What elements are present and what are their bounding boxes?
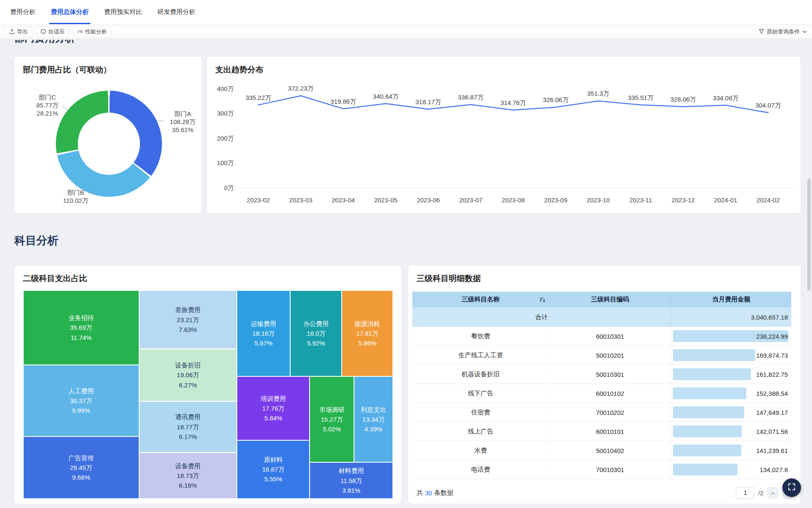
dashboard-content: 部门费用分析 部门费用占比（可联动） 部门C 85.77万 28.21% 部门A…	[0, 40, 812, 504]
toolbar: 导出 自适应 性能分析 原始查询条件	[0, 25, 812, 39]
table-row[interactable]: 线下广告60010102152,388.54	[412, 384, 791, 403]
cell-amount: 169,874.73	[671, 346, 791, 364]
svg-text:334.08万: 334.08万	[713, 94, 738, 102]
section-title-subject-analysis: 科目分析	[14, 233, 801, 248]
treemap-cell[interactable]: 市场调研15.27万5.02%	[310, 376, 354, 462]
page-input[interactable]	[736, 487, 754, 499]
cell-code: 60010101	[549, 422, 671, 441]
page-up-button[interactable]	[767, 487, 779, 499]
card-subject-detail-table: 三级科目明细数据 三级科目名称 三级科目编码 当月费用金额 合计 3,040,6…	[408, 265, 801, 504]
performance-icon	[77, 29, 83, 34]
svg-text:2023-06: 2023-06	[417, 196, 440, 204]
svg-text:2023-05: 2023-05	[374, 196, 398, 204]
svg-text:2024-02: 2024-02	[757, 196, 780, 204]
treemap-cell[interactable]: 培训费用17.76万5.84%	[237, 376, 310, 440]
card-subject-share-treemap: 二级科目支出占比 业务招待35.69万11.74%人工费用30.37万9.99%…	[14, 265, 401, 504]
total-amount-cell: 3,040,657.18	[671, 307, 791, 327]
table-row[interactable]: 生产线工人工资50010201169,874.73	[412, 346, 791, 365]
cell-amount: 134,027.8	[671, 460, 791, 479]
row-count: 30	[425, 489, 432, 497]
treemap-cell[interactable]: 运输费用18.16万5.97%	[237, 290, 290, 376]
cell-amount: 161,822.75	[671, 365, 791, 384]
cell-name: 线上广告	[412, 422, 549, 441]
svg-text:372.23万: 372.23万	[288, 85, 314, 92]
table-row[interactable]: 水费50010402141,239.61	[412, 441, 791, 460]
pie-label-dept-a: 部门A 108.28万 35.61%	[165, 110, 200, 134]
total-label: 合计	[412, 307, 671, 327]
svg-text:2023-03: 2023-03	[289, 196, 313, 204]
svg-text:336.87万: 336.87万	[458, 94, 484, 101]
card-title-subject-share: 二级科目支出占比	[23, 273, 87, 284]
svg-text:335.51万: 335.51万	[628, 94, 654, 101]
cell-code: 60010301	[549, 327, 671, 345]
treemap-cell[interactable]: 能源消耗17.81万5.86%	[342, 290, 393, 376]
treemap-cell[interactable]: 原材料16.87万5.55%	[237, 440, 310, 499]
cell-name: 电话费	[412, 460, 549, 479]
svg-text:2024-01: 2024-01	[714, 196, 737, 204]
fullscreen-icon	[787, 483, 796, 493]
scrollbar-thumb[interactable]	[807, 179, 811, 290]
card-title-department-share: 部门费用占比（可联动）	[23, 64, 111, 75]
treemap-cell[interactable]: 差旅费用23.21万7.63%	[139, 290, 237, 349]
cell-amount: 147,649.17	[671, 403, 791, 422]
tab-expense-overall-analysis[interactable]: 费用总体分析	[43, 0, 96, 24]
auto-fit-button[interactable]: 自适应	[36, 26, 69, 37]
cell-name: 生产线工人工资	[412, 346, 549, 364]
tab-rd-expense-analysis[interactable]: 研发费用分析	[150, 0, 203, 24]
svg-text:0万: 0万	[224, 184, 234, 191]
cell-amount: 152,388.54	[671, 384, 791, 403]
treemap-cell[interactable]: 利息支出13.34万4.39%	[354, 376, 393, 462]
page-total: /2	[758, 489, 763, 497]
tab-expense-analysis[interactable]: 费用分析	[3, 0, 43, 24]
table-row[interactable]: 电话费70010301134,027.8	[412, 460, 791, 479]
treemap-cell[interactable]: 办公费用18.0万5.92%	[290, 290, 342, 376]
svg-text:400万: 400万	[217, 85, 234, 92]
tab-expense-budget-vs-actual[interactable]: 费用预实对比	[96, 0, 150, 24]
svg-text:328.06万: 328.06万	[670, 96, 696, 103]
table-row[interactable]: 餐饮费60010301238,224.99	[412, 327, 791, 346]
table-row[interactable]: 住宿费70010202147,649.17	[412, 403, 791, 422]
table-row[interactable]: 线上广告60010101142,071.56	[412, 422, 791, 441]
svg-text:319.86万: 319.86万	[330, 98, 356, 105]
svg-text:2023-09: 2023-09	[544, 196, 568, 204]
treemap-cell[interactable]: 业务招待35.69万11.74%	[23, 290, 139, 365]
card-title-subject-detail: 三级科目明细数据	[417, 273, 481, 284]
filter-icon	[759, 29, 764, 34]
cell-name: 水费	[412, 441, 549, 460]
svg-text:2023-07: 2023-07	[459, 196, 483, 204]
treemap-cell[interactable]: 设备费用18.73万6.16%	[139, 453, 237, 499]
svg-text:318.17万: 318.17万	[415, 98, 441, 105]
card-expense-trend: 支出趋势分布 400万300万200万100万0万335.22万2023-023…	[207, 57, 801, 213]
donut-ring[interactable]	[56, 91, 162, 197]
amount-data-bar	[673, 387, 746, 399]
treemap-cell[interactable]: 设备折旧19.06万6.27%	[139, 349, 237, 401]
treemap-cell[interactable]: 广告宣传29.45万9.68%	[23, 436, 139, 499]
fit-screen-icon	[41, 29, 46, 34]
original-query-conditions-dropdown[interactable]: 原始查询条件	[759, 28, 807, 36]
cell-name: 机器设备折旧	[412, 365, 549, 384]
svg-text:326.06万: 326.06万	[543, 96, 569, 103]
export-icon	[9, 29, 15, 34]
table-footer: 共 30 条数据 /2	[417, 487, 794, 499]
performance-analysis-button[interactable]: 性能分析	[73, 26, 111, 37]
export-button[interactable]: 导出	[5, 26, 32, 37]
amount-data-bar	[673, 406, 744, 418]
sort-icon[interactable]	[540, 297, 546, 302]
cell-amount: 141,239.61	[671, 441, 791, 460]
treemap-cell[interactable]: 通讯费用18.77万6.17%	[139, 401, 237, 453]
pie-label-dept-c: 部门C 85.77万 28.21%	[30, 93, 64, 117]
clipped-section-heading: 部门费用分析	[14, 40, 801, 45]
amount-data-bar	[673, 368, 751, 380]
trend-chart: 400万300万200万100万0万335.22万2023-02372.23万2…	[207, 57, 801, 213]
cell-name: 住宿费	[412, 403, 549, 422]
fullscreen-fab[interactable]	[782, 478, 801, 497]
svg-text:100万: 100万	[217, 159, 234, 166]
cell-code: 70010202	[549, 403, 671, 422]
column-header-code: 三级科目编码	[549, 292, 671, 307]
treemap-cell[interactable]: 材料费用11.58万3.81%	[310, 462, 393, 499]
cell-amount: 142,071.56	[671, 422, 791, 441]
treemap-cell[interactable]: 人工费用30.37万9.99%	[23, 365, 139, 436]
amount-data-bar	[673, 349, 755, 361]
amount-data-bar	[673, 464, 738, 475]
table-row[interactable]: 机器设备折旧50010301161,822.75	[412, 365, 791, 384]
